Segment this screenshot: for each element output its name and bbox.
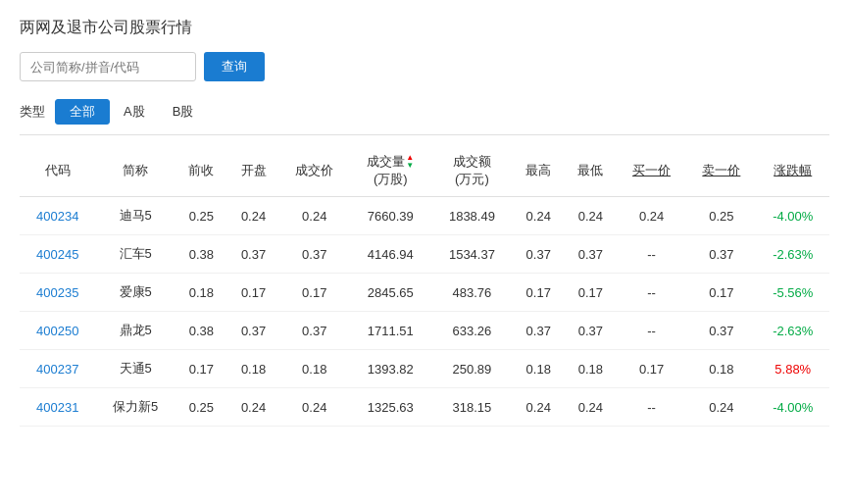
type-filter: 类型 全部 A股 B股 (20, 95, 829, 135)
cell-buy1: -- (617, 235, 686, 274)
cell-sell1: 0.18 (686, 350, 756, 388)
type-label: 类型 (20, 103, 45, 121)
cell-change: -5.56% (757, 274, 829, 312)
table-header-row: 代码 简称 前收 开盘 成交价 成交量 ▲ ▼ (万股) 成交额(万元) (20, 143, 829, 197)
th-sell1: 卖一价 (686, 143, 756, 197)
th-low: 最低 (565, 143, 617, 197)
th-volume[interactable]: 成交量 ▲ ▼ (万股) (349, 143, 431, 197)
cell-open: 0.18 (227, 350, 279, 388)
cell-buy1: 0.17 (617, 350, 686, 388)
cell-prev-close: 0.17 (175, 350, 227, 388)
cell-price: 0.18 (279, 350, 349, 388)
cell-open: 0.37 (227, 235, 279, 274)
cell-open: 0.37 (227, 312, 279, 350)
stock-code-link[interactable]: 400231 (36, 400, 78, 415)
stock-table: 代码 简称 前收 开盘 成交价 成交量 ▲ ▼ (万股) 成交额(万元) (20, 143, 829, 427)
stock-code-link[interactable]: 400245 (36, 247, 78, 262)
cell-sell1: 0.24 (686, 388, 756, 427)
cell-name: 保力新5 (95, 388, 175, 427)
cell-code[interactable]: 400237 (20, 350, 95, 388)
cell-high: 0.24 (513, 388, 565, 427)
filter-a-button[interactable]: A股 (110, 100, 159, 124)
cell-code[interactable]: 400234 (20, 197, 95, 235)
cell-price: 0.24 (279, 388, 349, 427)
cell-code[interactable]: 400250 (20, 312, 95, 350)
cell-sell1: 0.17 (686, 274, 756, 312)
cell-low: 0.24 (565, 197, 617, 235)
cell-name: 鼎龙5 (95, 312, 175, 350)
cell-name: 迪马5 (95, 197, 175, 235)
table-row: 400250 鼎龙5 0.38 0.37 0.37 1711.51 633.26… (20, 312, 829, 350)
cell-volume: 1711.51 (349, 312, 431, 350)
stock-code-link[interactable]: 400235 (36, 285, 78, 300)
cell-volume: 4146.94 (349, 235, 431, 274)
cell-change: -2.63% (757, 235, 829, 274)
cell-open: 0.24 (227, 388, 279, 427)
cell-prev-close: 0.25 (175, 197, 227, 235)
th-name: 简称 (95, 143, 175, 197)
th-code: 代码 (20, 143, 95, 197)
cell-sell1: 0.37 (686, 235, 756, 274)
table-row: 400234 迪马5 0.25 0.24 0.24 7660.39 1838.4… (20, 197, 829, 235)
cell-code[interactable]: 400231 (20, 388, 95, 427)
cell-name: 天通5 (95, 350, 175, 388)
th-high: 最高 (513, 143, 565, 197)
cell-open: 0.24 (227, 197, 279, 235)
cell-high: 0.17 (513, 274, 565, 312)
cell-amount: 1534.37 (431, 235, 512, 274)
th-amount: 成交额(万元) (431, 143, 512, 197)
cell-buy1: -- (617, 388, 686, 427)
th-open: 开盘 (227, 143, 279, 197)
cell-high: 0.37 (513, 235, 565, 274)
cell-open: 0.17 (227, 274, 279, 312)
table-row: 400235 爱康5 0.18 0.17 0.17 2845.65 483.76… (20, 274, 829, 312)
cell-amount: 633.26 (431, 312, 512, 350)
cell-change: -4.00% (757, 197, 829, 235)
cell-low: 0.24 (565, 388, 617, 427)
cell-name: 汇车5 (95, 235, 175, 274)
cell-price: 0.24 (279, 197, 349, 235)
cell-code[interactable]: 400245 (20, 235, 95, 274)
cell-volume: 1393.82 (349, 350, 431, 388)
cell-code[interactable]: 400235 (20, 274, 95, 312)
cell-sell1: 0.25 (686, 197, 756, 235)
cell-change: 5.88% (757, 350, 829, 388)
cell-amount: 1838.49 (431, 197, 512, 235)
search-button[interactable]: 查询 (204, 52, 265, 81)
cell-high: 0.18 (513, 350, 565, 388)
cell-amount: 318.15 (431, 388, 512, 427)
stock-code-link[interactable]: 400250 (36, 324, 78, 338)
table-row: 400245 汇车5 0.38 0.37 0.37 4146.94 1534.3… (20, 235, 829, 274)
cell-change: -2.63% (757, 312, 829, 350)
table-row: 400237 天通5 0.17 0.18 0.18 1393.82 250.89… (20, 350, 829, 388)
th-price: 成交价 (279, 143, 349, 197)
cell-buy1: -- (617, 312, 686, 350)
search-bar: 查询 (20, 52, 829, 81)
cell-low: 0.18 (565, 350, 617, 388)
cell-prev-close: 0.38 (175, 312, 227, 350)
cell-change: -4.00% (757, 388, 829, 427)
page-title: 两网及退市公司股票行情 (20, 18, 829, 38)
cell-low: 0.37 (565, 312, 617, 350)
cell-high: 0.24 (513, 197, 565, 235)
filter-b-button[interactable]: B股 (159, 100, 208, 124)
cell-volume: 7660.39 (349, 197, 431, 235)
cell-price: 0.37 (279, 235, 349, 274)
search-input[interactable] (20, 52, 196, 81)
cell-prev-close: 0.25 (175, 388, 227, 427)
volume-sort-icon: ▲ ▼ (406, 154, 414, 170)
cell-price: 0.17 (279, 274, 349, 312)
th-prev-close: 前收 (175, 143, 227, 197)
stock-code-link[interactable]: 400234 (36, 209, 78, 224)
cell-prev-close: 0.38 (175, 235, 227, 274)
th-change: 涨跌幅 (757, 143, 829, 197)
cell-sell1: 0.37 (686, 312, 756, 350)
th-buy1: 买一价 (617, 143, 686, 197)
cell-buy1: -- (617, 274, 686, 312)
stock-code-link[interactable]: 400237 (36, 362, 78, 377)
cell-amount: 250.89 (431, 350, 512, 388)
cell-amount: 483.76 (431, 274, 512, 312)
table-row: 400231 保力新5 0.25 0.24 0.24 1325.63 318.1… (20, 388, 829, 427)
cell-price: 0.37 (279, 312, 349, 350)
filter-all-button[interactable]: 全部 (55, 99, 110, 125)
